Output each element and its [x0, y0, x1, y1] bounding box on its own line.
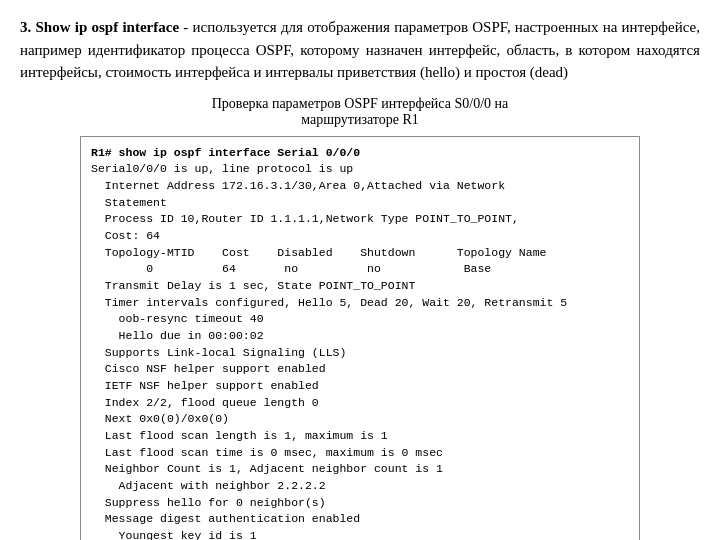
terminal-line: Transmit Delay is 1 sec, State POINT_TO_… — [91, 278, 629, 295]
terminal-line: Hello due in 00:00:02 — [91, 328, 629, 345]
terminal-line: Supports Link-local Signaling (LLS) — [91, 345, 629, 362]
terminal-line: Serial0/0/0 is up, line protocol is up — [91, 161, 629, 178]
terminal-box: R1# show ip ospf interface Serial 0/0/0S… — [80, 136, 640, 541]
terminal-line: Cost: 64 — [91, 228, 629, 245]
item-number: 3. — [20, 19, 31, 35]
terminal-line: Adjacent with neighbor 2.2.2.2 — [91, 478, 629, 495]
terminal-section: Проверка параметров OSPF интерфейса S0/0… — [20, 96, 700, 541]
terminal-line: oob-resync timeout 40 — [91, 311, 629, 328]
terminal-line: IETF NSF helper support enabled — [91, 378, 629, 395]
terminal-line: Last flood scan length is 1, maximum is … — [91, 428, 629, 445]
terminal-line: 0 64 no no Base — [91, 261, 629, 278]
terminal-title: Проверка параметров OSPF интерфейса S0/0… — [212, 96, 508, 128]
terminal-line: Statement — [91, 195, 629, 212]
terminal-line: R1# show ip ospf interface Serial 0/0/0 — [91, 145, 629, 162]
terminal-line: Next 0x0(0)/0x0(0) — [91, 411, 629, 428]
terminal-line: Index 2/2, flood queue length 0 — [91, 395, 629, 412]
intro-paragraph: 3. Show ip ospf interface - используется… — [20, 16, 700, 84]
terminal-line: Youngest key id is 1 — [91, 528, 629, 540]
terminal-line: Suppress hello for 0 neighbor(s) — [91, 495, 629, 512]
command-text: Show ip ospf interface — [36, 19, 180, 35]
terminal-line: Neighbor Count is 1, Adjacent neighbor c… — [91, 461, 629, 478]
terminal-line: Last flood scan time is 0 msec, maximum … — [91, 445, 629, 462]
terminal-line: Cisco NSF helper support enabled — [91, 361, 629, 378]
title-line1: Проверка параметров OSPF интерфейса S0/0… — [212, 96, 508, 111]
terminal-line: Process ID 10,Router ID 1.1.1.1,Network … — [91, 211, 629, 228]
terminal-line: Message digest authentication enabled — [91, 511, 629, 528]
title-line2: маршрутизаторе R1 — [301, 112, 419, 127]
terminal-line: Timer intervals configured, Hello 5, Dea… — [91, 295, 629, 312]
terminal-line: Internet Address 172.16.3.1/30,Area 0,At… — [91, 178, 629, 195]
terminal-line: Topology-MTID Cost Disabled Shutdown Top… — [91, 245, 629, 262]
dash: - — [179, 19, 192, 35]
